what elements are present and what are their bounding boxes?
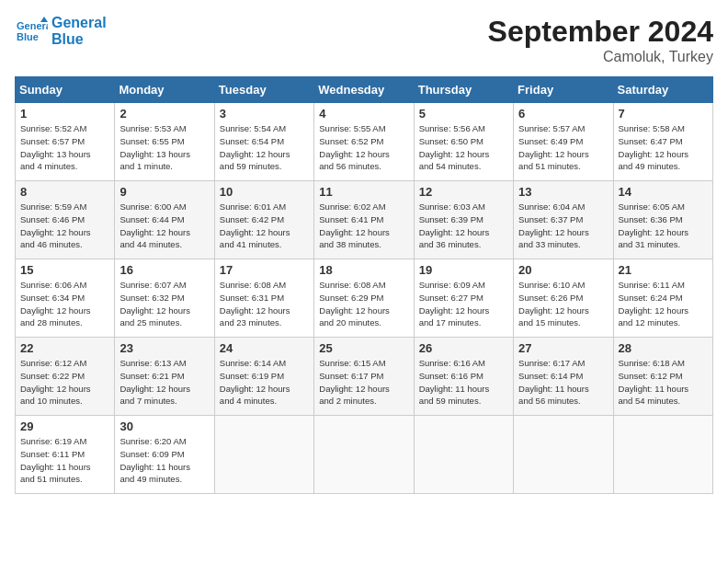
logo-line1: General <box>51 15 107 31</box>
day-info: Sunrise: 6:01 AMSunset: 6:42 PMDaylight:… <box>220 201 309 251</box>
calendar-cell: 19Sunrise: 6:09 AMSunset: 6:27 PMDayligh… <box>414 259 513 338</box>
day-number: 14 <box>619 185 708 199</box>
calendar-cell: 12Sunrise: 6:03 AMSunset: 6:39 PMDayligh… <box>414 181 513 259</box>
col-header-tuesday: Tuesday <box>214 77 313 103</box>
day-number: 6 <box>518 107 608 121</box>
logo-line2: Blue <box>51 31 107 48</box>
col-header-friday: Friday <box>514 77 613 103</box>
calendar-cell <box>414 416 513 494</box>
day-number: 9 <box>119 185 209 199</box>
calendar-cell: 13Sunrise: 6:04 AMSunset: 6:37 PMDayligh… <box>514 181 613 259</box>
day-number: 4 <box>319 107 408 121</box>
day-info: Sunrise: 6:19 AMSunset: 6:11 PMDaylight:… <box>20 435 109 486</box>
title-area: September 2024 Camoluk, Turkey <box>488 15 713 65</box>
calendar-cell: 23Sunrise: 6:13 AMSunset: 6:21 PMDayligh… <box>115 338 214 416</box>
calendar-cell: 10Sunrise: 6:01 AMSunset: 6:42 PMDayligh… <box>214 181 313 259</box>
calendar-header-row: SundayMondayTuesdayWednesdayThursdayFrid… <box>16 77 713 103</box>
day-number: 30 <box>119 419 209 433</box>
day-info: Sunrise: 6:20 AMSunset: 6:09 PMDaylight:… <box>119 435 209 486</box>
calendar-cell: 29Sunrise: 6:19 AMSunset: 6:11 PMDayligh… <box>16 416 115 494</box>
day-info: Sunrise: 6:11 AMSunset: 6:24 PMDaylight:… <box>619 279 708 329</box>
calendar-cell <box>514 416 613 494</box>
logo-icon: General Blue <box>15 15 48 48</box>
day-number: 27 <box>518 341 608 355</box>
day-info: Sunrise: 6:18 AMSunset: 6:12 PMDaylight:… <box>619 357 708 408</box>
calendar-cell: 17Sunrise: 6:08 AMSunset: 6:31 PMDayligh… <box>214 259 313 338</box>
calendar-cell: 18Sunrise: 6:08 AMSunset: 6:29 PMDayligh… <box>314 259 414 338</box>
calendar-cell: 8Sunrise: 5:59 AMSunset: 6:46 PMDaylight… <box>16 181 115 259</box>
calendar-week-row: 1Sunrise: 5:52 AMSunset: 6:57 PMDaylight… <box>16 103 713 181</box>
calendar-cell: 4Sunrise: 5:55 AMSunset: 6:52 PMDaylight… <box>314 103 414 181</box>
calendar-week-row: 29Sunrise: 6:19 AMSunset: 6:11 PMDayligh… <box>16 416 713 494</box>
calendar-week-row: 8Sunrise: 5:59 AMSunset: 6:46 PMDaylight… <box>16 181 713 259</box>
day-number: 8 <box>20 185 109 199</box>
day-info: Sunrise: 6:08 AMSunset: 6:29 PMDaylight:… <box>319 279 408 329</box>
calendar-table: SundayMondayTuesdayWednesdayThursdayFrid… <box>15 76 713 494</box>
col-header-thursday: Thursday <box>414 77 513 103</box>
day-number: 23 <box>119 341 209 355</box>
calendar-cell <box>314 416 414 494</box>
day-info: Sunrise: 5:55 AMSunset: 6:52 PMDaylight:… <box>319 122 408 173</box>
day-number: 3 <box>220 107 309 121</box>
day-info: Sunrise: 6:17 AMSunset: 6:14 PMDaylight:… <box>518 357 608 408</box>
calendar-cell: 16Sunrise: 6:07 AMSunset: 6:32 PMDayligh… <box>115 259 214 338</box>
day-number: 11 <box>319 185 408 199</box>
day-number: 25 <box>319 341 408 355</box>
day-info: Sunrise: 6:09 AMSunset: 6:27 PMDaylight:… <box>419 279 508 329</box>
location-title: Camoluk, Turkey <box>488 49 713 65</box>
day-number: 17 <box>220 263 309 277</box>
day-info: Sunrise: 6:03 AMSunset: 6:39 PMDaylight:… <box>419 201 508 251</box>
calendar-cell: 30Sunrise: 6:20 AMSunset: 6:09 PMDayligh… <box>115 416 214 494</box>
col-header-saturday: Saturday <box>613 77 712 103</box>
calendar-cell <box>214 416 313 494</box>
day-info: Sunrise: 5:59 AMSunset: 6:46 PMDaylight:… <box>20 201 109 251</box>
calendar-cell: 22Sunrise: 6:12 AMSunset: 6:22 PMDayligh… <box>16 338 115 416</box>
day-number: 19 <box>419 263 508 277</box>
calendar-cell: 24Sunrise: 6:14 AMSunset: 6:19 PMDayligh… <box>214 338 313 416</box>
day-info: Sunrise: 5:56 AMSunset: 6:50 PMDaylight:… <box>419 122 508 173</box>
day-number: 12 <box>419 185 508 199</box>
month-title: September 2024 <box>488 15 713 49</box>
day-number: 1 <box>20 107 109 121</box>
day-number: 7 <box>619 107 708 121</box>
calendar-cell: 20Sunrise: 6:10 AMSunset: 6:26 PMDayligh… <box>514 259 613 338</box>
calendar-cell: 26Sunrise: 6:16 AMSunset: 6:16 PMDayligh… <box>414 338 513 416</box>
logo: General Blue General Blue <box>15 15 107 48</box>
calendar-cell: 9Sunrise: 6:00 AMSunset: 6:44 PMDaylight… <box>115 181 214 259</box>
day-info: Sunrise: 5:52 AMSunset: 6:57 PMDaylight:… <box>20 122 109 173</box>
day-number: 20 <box>518 263 608 277</box>
day-number: 5 <box>419 107 508 121</box>
day-info: Sunrise: 6:00 AMSunset: 6:44 PMDaylight:… <box>119 201 209 251</box>
day-info: Sunrise: 6:12 AMSunset: 6:22 PMDaylight:… <box>20 357 109 408</box>
day-number: 29 <box>20 419 109 433</box>
col-header-wednesday: Wednesday <box>314 77 414 103</box>
day-info: Sunrise: 6:08 AMSunset: 6:31 PMDaylight:… <box>220 279 309 329</box>
calendar-cell: 21Sunrise: 6:11 AMSunset: 6:24 PMDayligh… <box>613 259 712 338</box>
day-info: Sunrise: 6:05 AMSunset: 6:36 PMDaylight:… <box>619 201 708 251</box>
calendar-cell: 3Sunrise: 5:54 AMSunset: 6:54 PMDaylight… <box>214 103 313 181</box>
day-info: Sunrise: 5:58 AMSunset: 6:47 PMDaylight:… <box>619 122 708 173</box>
day-info: Sunrise: 6:13 AMSunset: 6:21 PMDaylight:… <box>119 357 209 408</box>
calendar-cell: 28Sunrise: 6:18 AMSunset: 6:12 PMDayligh… <box>613 338 712 416</box>
col-header-sunday: Sunday <box>16 77 115 103</box>
day-info: Sunrise: 6:07 AMSunset: 6:32 PMDaylight:… <box>119 279 209 329</box>
day-info: Sunrise: 6:14 AMSunset: 6:19 PMDaylight:… <box>220 357 309 408</box>
calendar-cell: 11Sunrise: 6:02 AMSunset: 6:41 PMDayligh… <box>314 181 414 259</box>
calendar-cell: 5Sunrise: 5:56 AMSunset: 6:50 PMDaylight… <box>414 103 513 181</box>
day-info: Sunrise: 6:02 AMSunset: 6:41 PMDaylight:… <box>319 201 408 251</box>
calendar-cell <box>613 416 712 494</box>
day-info: Sunrise: 6:16 AMSunset: 6:16 PMDaylight:… <box>419 357 508 408</box>
calendar-cell: 27Sunrise: 6:17 AMSunset: 6:14 PMDayligh… <box>514 338 613 416</box>
day-number: 28 <box>619 341 708 355</box>
day-info: Sunrise: 5:57 AMSunset: 6:49 PMDaylight:… <box>518 122 608 173</box>
svg-text:Blue: Blue <box>17 31 39 42</box>
day-info: Sunrise: 5:54 AMSunset: 6:54 PMDaylight:… <box>220 122 309 173</box>
day-number: 26 <box>419 341 508 355</box>
calendar-cell: 1Sunrise: 5:52 AMSunset: 6:57 PMDaylight… <box>16 103 115 181</box>
calendar-cell: 2Sunrise: 5:53 AMSunset: 6:55 PMDaylight… <box>115 103 214 181</box>
calendar-week-row: 22Sunrise: 6:12 AMSunset: 6:22 PMDayligh… <box>16 338 713 416</box>
day-number: 18 <box>319 263 408 277</box>
calendar-week-row: 15Sunrise: 6:06 AMSunset: 6:34 PMDayligh… <box>16 259 713 338</box>
day-number: 13 <box>518 185 608 199</box>
day-info: Sunrise: 6:04 AMSunset: 6:37 PMDaylight:… <box>518 201 608 251</box>
